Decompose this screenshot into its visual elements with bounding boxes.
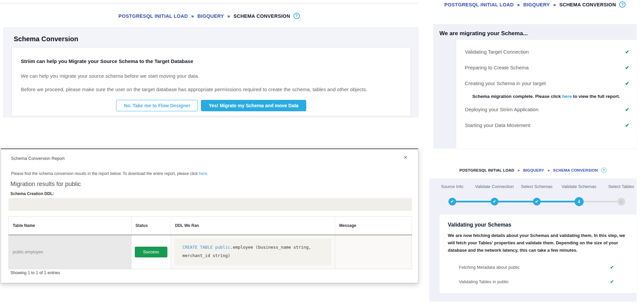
breadcrumb-link-bigquery[interactable]: BIGQUERY	[197, 13, 224, 19]
validation-item: Fetching Metadata about public ✔	[439, 260, 637, 274]
step-label: Validate Schemas	[561, 183, 596, 198]
progress-item-label: Starting your Data Movement	[465, 122, 530, 128]
step-label: Validate Connection	[475, 183, 514, 198]
progress-item-label: Creating your Schema in your target	[465, 80, 546, 86]
check-icon: ✔	[625, 122, 629, 128]
step-done-dot[interactable]: ✔	[533, 198, 541, 205]
migration-complete-notice: Schema migration complete. Please click …	[456, 91, 637, 102]
ddl-schema: public	[215, 245, 230, 250]
chevron-separator-icon: »	[191, 13, 194, 19]
check-icon: ✔	[625, 107, 629, 113]
step-select-tables: Select Tables 5	[600, 183, 642, 206]
step-done-dot[interactable]: ✔	[491, 198, 498, 205]
ddl-rest: .employee (business_name string,	[230, 245, 311, 250]
cell-status: Success	[131, 235, 171, 269]
step-done-dot[interactable]: ✔	[448, 198, 456, 205]
wizard-panel: Source Info ✔ Validate Connection ✔ Sele…	[429, 178, 637, 302]
schema-creation-ddl-box	[8, 198, 412, 211]
notice-suffix: to view the full report.	[572, 94, 620, 99]
check-icon: ✔	[625, 65, 629, 71]
step-select-schemas: Select Schemas ✔	[516, 183, 558, 206]
chevron-separator-icon: »	[518, 168, 520, 172]
modal-title: Schema Conversion Report	[11, 156, 65, 161]
notice-text: Schema migration complete. Please click	[472, 94, 562, 99]
table-header-row: Table Name Status DDL We Ran Message	[9, 217, 412, 235]
view-report-link[interactable]: here	[562, 94, 572, 99]
ddl-code-block: CREATE TABLE public.employee (business_n…	[174, 239, 332, 265]
breadcrumb-link-bigquery[interactable]: BIGQUERY	[523, 2, 550, 7]
step-number: 5	[620, 200, 622, 204]
progress-item-label: Preparing to Create Schema	[465, 65, 529, 70]
step-validate-schemas: Validate Schemas 4	[558, 183, 600, 206]
breadcrumb-link-postgresql-initial-load[interactable]: POSTGRESQL INITIAL LOAD	[118, 13, 188, 19]
column-header-status: Status	[131, 217, 171, 235]
breadcrumb-current-schema-conversion: SCHEMA CONVERSION	[233, 13, 290, 19]
step-current-dot[interactable]: 4	[575, 197, 584, 206]
column-header-message: Message	[335, 217, 412, 235]
step-label: Select Schemas	[521, 183, 552, 198]
conversion-results-table: Table Name Status DDL We Ran Message pub…	[8, 216, 412, 269]
composite-screenshot: POSTGRESQL INITIAL LOAD » BIGQUERY » SCH…	[0, 0, 644, 307]
chevron-separator-icon: »	[547, 168, 550, 172]
progress-item: Starting your Data Movement ✔	[456, 117, 637, 133]
breadcrumb: POSTGRESQL INITIAL LOAD » BIGQUERY » SCH…	[0, 13, 418, 19]
entries-count-label: Showing 1 to 1 of 1 entries	[10, 270, 60, 275]
migration-progress-card: Validating Target Connection ✔ Preparing…	[456, 40, 637, 148]
breadcrumb: POSTGRESQL INITIAL LOAD » BIGQUERY » SCH…	[433, 1, 637, 8]
column-header-table-name: Table Name	[9, 217, 131, 235]
breadcrumb-current-schema-conversion: SCHEMA CONVERSION	[559, 2, 616, 7]
cell-ddl: CREATE TABLE public.employee (business_n…	[171, 235, 335, 269]
help-icon[interactable]: ?	[601, 168, 606, 173]
check-icon: ✔	[535, 199, 538, 204]
chevron-separator-icon: »	[553, 2, 556, 7]
step-label: Source Info	[441, 183, 464, 198]
step-label: Select Tables	[608, 183, 634, 198]
validating-schemas-card: Validating your Schemas We are now fetch…	[439, 214, 637, 293]
breadcrumb-link-postgresql-initial-load[interactable]: POSTGRESQL INITIAL LOAD	[444, 2, 514, 7]
migrating-schema-panel: We are migrating your Schema... Validati…	[433, 24, 637, 148]
progress-item-label: Validating Target Connection	[465, 49, 529, 55]
top-divider	[0, 3, 418, 3]
cell-table-name: public.employee	[9, 235, 131, 269]
cell-message	[335, 235, 412, 269]
breadcrumb-link-bigquery[interactable]: BIGQUERY	[523, 168, 544, 172]
success-badge[interactable]: Success	[135, 247, 167, 257]
help-icon[interactable]: ?	[293, 13, 300, 19]
card-title: Striim can help you Migrate your Source …	[21, 58, 193, 64]
breadcrumb: POSTGRESQL INITIAL LOAD » BIGQUERY » SCH…	[429, 168, 637, 173]
check-icon: ✔	[625, 49, 629, 55]
schema-conversion-panel: Schema Conversion Striim can help you Mi…	[3, 27, 418, 117]
progress-item: Preparing to Create Schema ✔	[456, 60, 637, 75]
help-icon[interactable]: ?	[619, 1, 626, 8]
validating-schemas-title: Validating your Schemas	[448, 222, 511, 228]
migration-results-title: Migration results for public	[10, 181, 81, 188]
check-icon: ✔	[610, 265, 614, 270]
schema-conversion-report-modal: Schema Conversion Report × Please find t…	[1, 148, 418, 283]
modal-intro-suffix: .	[207, 171, 208, 176]
check-icon: ✔	[625, 80, 629, 86]
migrating-schema-title: We are migrating your Schema...	[439, 30, 528, 37]
ddl-line2: merchant_id string)	[182, 253, 230, 258]
progress-item: Creating your Schema in your target ✔	[456, 75, 637, 91]
breadcrumb-link-schema-conversion[interactable]: SCHEMA CONVERSION	[553, 168, 598, 172]
page-title: Schema Conversion	[14, 35, 78, 43]
wizard-stepper: Source Info ✔ Validate Connection ✔ Sele…	[431, 183, 642, 206]
button-row: No. Take me to Flow Designer Yes! Migrat…	[12, 100, 411, 111]
validating-schemas-description: We are now fetching details about your S…	[448, 232, 631, 254]
card-description-line1: We can help you migrate your source sche…	[21, 73, 199, 79]
modal-intro-text: Please find the schema conversion result…	[11, 171, 199, 176]
chevron-separator-icon: »	[227, 13, 230, 19]
breadcrumb-current-postgresql-initial-load: POSTGRESQL INITIAL LOAD	[460, 168, 514, 172]
check-icon: ✔	[450, 199, 453, 204]
check-icon: ✔	[493, 199, 496, 204]
validation-items: Fetching Metadata about public ✔ Validat…	[439, 260, 637, 289]
migrate-schema-button[interactable]: Yes! Migrate my Schema and move Data	[201, 100, 306, 111]
download-report-link[interactable]: here	[199, 171, 207, 176]
validation-item: Validating Tables in public ✔	[439, 274, 637, 289]
flow-designer-button[interactable]: No. Take me to Flow Designer	[116, 100, 198, 111]
chevron-separator-icon: »	[517, 2, 520, 7]
schema-creation-ddl-label: Schema Creation DDL:	[10, 191, 54, 196]
ddl-keyword: CREATE TABLE	[182, 245, 215, 250]
close-icon[interactable]: ×	[404, 155, 407, 160]
modal-intro: Please find the schema conversion result…	[11, 171, 208, 176]
